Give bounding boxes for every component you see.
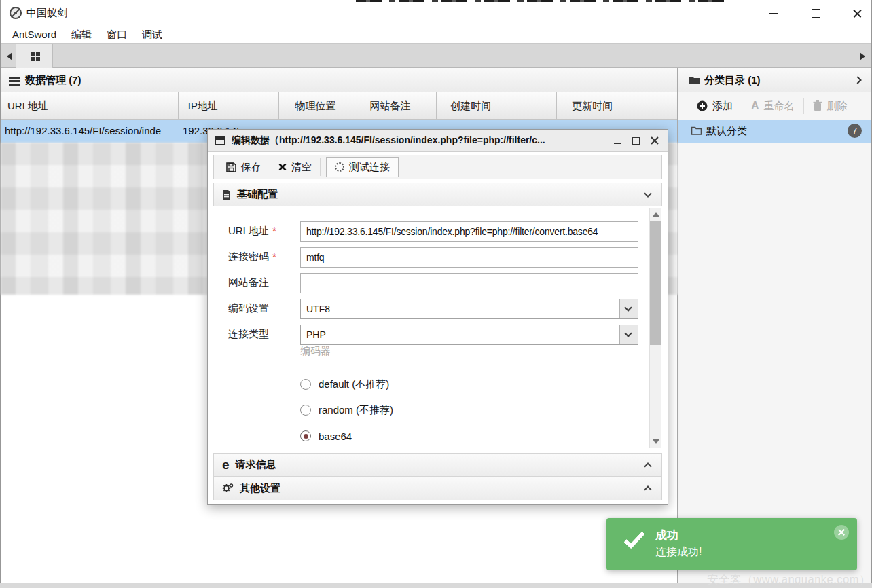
maximize-button[interactable] — [804, 0, 827, 26]
encoder-group-label: 编码器 — [300, 345, 331, 358]
window-title: 中国蚁剑 — [26, 0, 67, 26]
plus-circle-icon — [697, 100, 708, 111]
section-other-settings[interactable]: 其他设置 — [213, 477, 662, 500]
rename-category-label: 重命名 — [764, 100, 795, 113]
section-request-title: 请求信息 — [236, 458, 276, 471]
radio-option-base64[interactable]: base64 — [300, 429, 352, 443]
success-toast[interactable]: 成功 连接成功! — [606, 518, 857, 570]
category-header: 分类目录 (1) — [678, 68, 871, 92]
test-connection-label: 测试连接 — [349, 161, 390, 174]
menu-edit[interactable]: 编辑 — [64, 26, 99, 43]
save-button[interactable]: 保存 — [218, 157, 270, 177]
request-icon: e — [222, 460, 230, 471]
column-ip[interactable]: IP地址 — [179, 92, 279, 119]
encoding-select[interactable]: UTF8 — [300, 299, 638, 319]
app-logo-icon — [9, 6, 22, 20]
minimize-button[interactable] — [761, 0, 784, 26]
test-connection-button[interactable]: 测试连接 — [326, 157, 399, 177]
dialog-title-bar: 编辑数据（http://192.33.6.145/FI/session/inde… — [208, 130, 668, 152]
dialog-toolbar: 保存 清空 测试连接 — [213, 155, 662, 179]
dialog-title: 编辑数据（http://192.33.6.145/FI/session/inde… — [232, 134, 606, 147]
dialog-minimize-button[interactable] — [612, 134, 624, 147]
radio-random-label: random (不推荐) — [319, 404, 393, 417]
section-request-info[interactable]: e 请求信息 — [213, 453, 662, 477]
save-label: 保存 — [241, 161, 261, 174]
chevron-down-icon — [624, 304, 632, 311]
antsword-window: 中国蚁剑 AntSword 编辑 窗口 调试 数据管理 (7) URL地址 IP… — [0, 0, 872, 588]
encoding-value: UTF8 — [306, 304, 330, 314]
dialog-close-button[interactable] — [649, 134, 661, 147]
tab-bar — [1, 43, 871, 68]
title-bar: 中国蚁剑 — [1, 0, 871, 26]
conn-type-label: 连接类型 — [228, 328, 269, 341]
radio-checked-icon — [300, 430, 311, 441]
note-label: 网站备注 — [228, 276, 269, 289]
gears-icon — [222, 483, 234, 494]
separator — [320, 158, 321, 176]
radio-base64-label: base64 — [319, 430, 352, 442]
form-scrollbar[interactable] — [649, 208, 661, 448]
delete-category-label: 删除 — [827, 100, 848, 113]
toast-close-button[interactable] — [834, 525, 849, 540]
column-note[interactable]: 网站备注 — [357, 92, 437, 119]
spinner-icon — [335, 162, 344, 172]
scroll-down-icon[interactable] — [653, 439, 659, 444]
checkmark-icon — [623, 527, 644, 549]
category-item-default[interactable]: 默认分类 7 — [678, 120, 871, 143]
list-icon — [9, 77, 20, 79]
trash-icon — [813, 100, 822, 111]
category-count-badge: 7 — [848, 124, 862, 138]
edit-data-dialog: 编辑数据（http://192.33.6.145/FI/session/inde… — [207, 129, 668, 505]
menu-antsword[interactable]: AntSword — [5, 26, 64, 43]
document-icon — [222, 189, 231, 200]
password-label: 连接密码* — [228, 251, 276, 263]
table-header-row: URL地址 IP地址 物理位置 网站备注 创建时间 更新时间 — [1, 92, 677, 120]
close-button[interactable] — [845, 0, 868, 26]
section-base-config[interactable]: 基础配置 — [213, 183, 662, 206]
radio-option-default[interactable]: default (不推荐) — [300, 378, 389, 391]
tab-scroll-right-icon[interactable] — [860, 52, 865, 60]
add-category-button[interactable]: 添加 — [688, 92, 742, 120]
chevron-up-icon — [644, 485, 651, 493]
chevron-right-icon[interactable] — [854, 76, 861, 84]
required-mark: * — [272, 251, 276, 262]
toast-title: 成功 — [655, 528, 678, 543]
scrollbar-thumb[interactable] — [650, 221, 661, 345]
dialog-maximize-button[interactable] — [630, 134, 642, 147]
clear-label: 清空 — [291, 161, 312, 174]
radio-icon — [300, 379, 311, 390]
category-item-label: 默认分类 — [706, 120, 747, 142]
column-location[interactable]: 物理位置 — [279, 92, 358, 119]
column-created[interactable]: 创建时间 — [437, 92, 557, 119]
column-updated[interactable]: 更新时间 — [557, 92, 677, 119]
category-title: 分类目录 (1) — [704, 68, 761, 92]
section-other-title: 其他设置 — [240, 482, 280, 495]
grid-icon — [31, 52, 35, 56]
select-dropdown-button[interactable] — [619, 325, 638, 344]
scroll-up-icon[interactable] — [653, 212, 659, 217]
menu-debug[interactable]: 调试 — [134, 26, 170, 43]
menu-window[interactable]: 窗口 — [99, 26, 134, 43]
encoding-label: 编码设置 — [228, 302, 269, 315]
tab-scroll-left-icon[interactable] — [7, 52, 12, 60]
delete-category-button[interactable]: 删除 — [804, 92, 856, 120]
folder-icon — [689, 75, 700, 85]
tab-data-manager[interactable] — [16, 44, 53, 68]
column-url[interactable]: URL地址 — [1, 92, 179, 119]
top-crop-artifact — [356, 0, 724, 2]
add-category-label: 添加 — [712, 100, 733, 113]
note-input[interactable] — [300, 273, 638, 293]
radio-default-label: default (不推荐) — [319, 378, 389, 391]
chevron-down-icon — [624, 329, 632, 337]
rename-category-button[interactable]: A 重命名 — [742, 92, 803, 120]
watermark-text: 安全客（www.anquanke.com） — [707, 572, 871, 587]
save-icon — [226, 162, 236, 172]
password-input[interactable] — [300, 247, 638, 268]
radio-icon — [300, 405, 311, 416]
url-input[interactable] — [300, 221, 638, 242]
dialog-window-icon — [215, 136, 225, 145]
select-dropdown-button[interactable] — [619, 299, 638, 318]
radio-option-random[interactable]: random (不推荐) — [300, 403, 393, 417]
conn-type-select[interactable]: PHP — [300, 325, 638, 345]
clear-button[interactable]: 清空 — [270, 157, 320, 177]
